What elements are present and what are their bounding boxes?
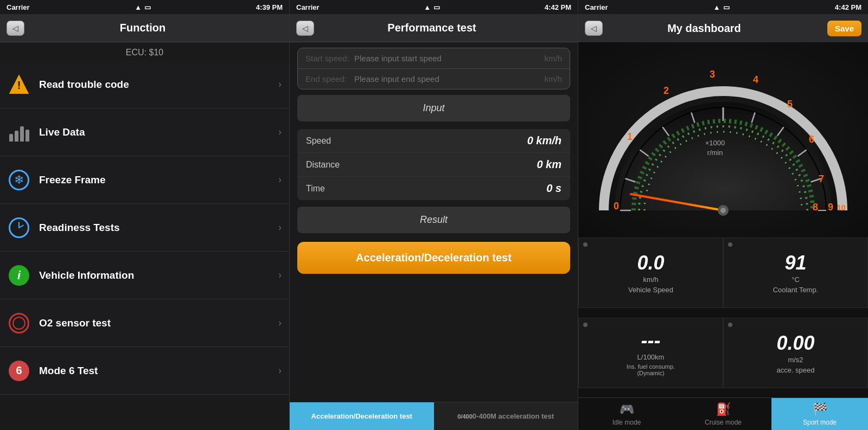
sport-flag-icon: 🏁 (813, 402, 827, 416)
bar-1 (9, 134, 13, 142)
gauge-dot-2 (728, 242, 732, 247)
mode6-circle: 6 (9, 361, 29, 381)
time-key: Time (306, 184, 546, 194)
svg-text:2: 2 (663, 85, 669, 96)
menu-label-o2-sensor: O2 sensor test (39, 317, 278, 329)
menu-list: Read trouble code › Live Data › ❄ Freeze… (0, 61, 289, 430)
svg-text:10: 10 (837, 203, 846, 212)
tab-sport-mode[interactable]: 🏁 Sport mode (771, 398, 868, 430)
chevron-icon-4: › (278, 269, 282, 281)
svg-text:0: 0 (614, 201, 619, 211)
result-button[interactable]: Result (297, 207, 570, 233)
tachometer-area: 0 1 2 3 4 5 6 7 8 9 10 ×1000 r/min (578, 42, 868, 238)
menu-item-vehicle-info[interactable]: i Vehicle Information › (0, 252, 289, 299)
nav-title-3: My dashboard (603, 22, 806, 35)
vehicle-speed-unit: km/h (643, 275, 658, 284)
back-arrow-icon-2: ◁ (302, 24, 308, 33)
gauge-vehicle-speed: 0.0 km/h Vehicle Speed (578, 238, 723, 308)
info-circle: i (9, 265, 29, 286)
status-icons-3: ▲ ▭ (713, 3, 730, 11)
start-speed-input[interactable] (354, 54, 544, 63)
speed-value: 0 km/h (527, 134, 561, 147)
start-speed-label: Start speed: (305, 54, 354, 63)
data-area: Speed 0 km/h Distance 0 km Time 0 s (297, 129, 570, 200)
svg-text:8: 8 (813, 202, 818, 213)
distance-key: Distance (306, 160, 537, 170)
tab-cruise-mode[interactable]: ⛽ Cruise mode (675, 398, 771, 430)
back-button-1[interactable]: ◁ (7, 21, 24, 36)
battery-icon-1: ▭ (144, 3, 151, 11)
svg-text:9: 9 (828, 202, 833, 213)
carrier-1: Carrier (7, 3, 30, 11)
end-speed-input[interactable] (354, 74, 544, 84)
svg-text:7: 7 (819, 174, 824, 184)
menu-label-freeze-frame: Freeze Frame (39, 174, 278, 186)
tab-cruise-label: Cruise mode (705, 419, 742, 426)
mode6-icon: 6 (8, 360, 30, 382)
svg-text:5: 5 (787, 99, 793, 110)
o2-outer-circle (9, 313, 29, 333)
tab-0-400m-label: 0-400M acceleration test (473, 412, 554, 420)
ecu-label: ECU: $10 (0, 42, 289, 61)
speed-data-row: Speed 0 km/h (297, 129, 570, 153)
wifi-icon-2: ▲ (424, 3, 431, 11)
status-icons-2: ▲ ▭ (424, 3, 440, 11)
o2-inner-circle (12, 317, 25, 330)
steering-wheel-icon: 🎮 (620, 402, 634, 416)
tab-idle-mode[interactable]: 🎮 Idle mode (578, 398, 675, 430)
menu-label-live-data: Live Data (39, 126, 278, 138)
time-2: 4:42 PM (545, 3, 571, 11)
back-arrow-icon-3: ◁ (591, 24, 597, 33)
panel-function: Carrier ▲ ▭ 4:39 PM ◁ Function ECU: $10 … (0, 0, 289, 430)
gauge-dot-4 (728, 323, 732, 327)
back-button-2[interactable]: ◁ (296, 21, 314, 36)
warning-icon (8, 73, 30, 96)
bars-icon (8, 121, 30, 144)
back-button-3[interactable]: ◁ (585, 21, 603, 36)
acce-speed-unit: m/s2 (788, 356, 803, 364)
battery-icon-2: ▭ (433, 3, 440, 11)
start-speed-unit: km/h (544, 54, 562, 63)
menu-item-readiness-tests[interactable]: Readiness Tests › (0, 204, 289, 252)
chevron-icon-0: › (278, 79, 282, 90)
coolant-temp-unit: °C (792, 275, 800, 284)
menu-item-o2-sensor[interactable]: O2 sensor test › (0, 299, 289, 347)
tab-0-400m[interactable]: 0/400 0-400M acceleration test (434, 402, 578, 430)
svg-text:r/min: r/min (707, 149, 723, 157)
chevron-icon-1: › (278, 126, 282, 138)
o2-icon (8, 312, 30, 335)
accel-decel-button[interactable]: Acceleration/Deceleration test (297, 242, 570, 274)
menu-label-vehicle-info: Vehicle Information (39, 269, 278, 281)
svg-point-26 (720, 208, 726, 213)
end-speed-unit: km/h (544, 74, 562, 84)
vehicle-speed-label: Vehicle Speed (628, 286, 673, 294)
start-speed-row: Start speed: km/h (298, 48, 570, 69)
gauge-fuel-consump: --- L/100km Ins. fuel consump. (Dynamic) (578, 318, 723, 388)
carrier-3: Carrier (585, 3, 608, 11)
acce-speed-value: 0.00 (776, 332, 814, 355)
menu-item-live-data[interactable]: Live Data › (0, 108, 289, 156)
time-data-row: Time 0 s (297, 177, 570, 200)
menu-item-freeze-frame[interactable]: ❄ Freeze Frame › (0, 156, 289, 204)
menu-item-mode6[interactable]: 6 Mode 6 Test › (0, 347, 289, 395)
time-value: 0 s (546, 182, 561, 195)
svg-text:3: 3 (710, 69, 715, 80)
status-icons-1: ▲ ▭ (135, 3, 151, 11)
gauge-coolant-temp: 91 °C Coolant Temp. (723, 238, 868, 308)
save-button[interactable]: Save (827, 21, 861, 36)
distance-data-row: Distance 0 km (297, 153, 570, 177)
tab-bar-3: 🎮 Idle mode ⛽ Cruise mode 🏁 Sport mode (578, 397, 868, 430)
menu-label-mode6: Mode 6 Test (39, 365, 278, 377)
gauge-dot-1 (583, 242, 588, 247)
tab-0-400m-count: 0/400 (457, 413, 473, 420)
bar-2 (15, 131, 18, 142)
panel-performance: Carrier ▲ ▭ 4:42 PM ◁ Performance test S… (289, 0, 578, 430)
gauges-area: 0.0 km/h Vehicle Speed 91 °C Coolant Tem… (578, 238, 868, 397)
svg-text:6: 6 (809, 134, 814, 145)
input-button[interactable]: Input (297, 95, 570, 121)
menu-item-read-trouble[interactable]: Read trouble code › (0, 61, 289, 108)
bar-chart (9, 123, 29, 142)
carrier-2: Carrier (296, 3, 320, 11)
tab-accel-decel[interactable]: Acceleration/Deceleration test (290, 402, 434, 430)
snowflake-circle: ❄ (9, 170, 29, 190)
